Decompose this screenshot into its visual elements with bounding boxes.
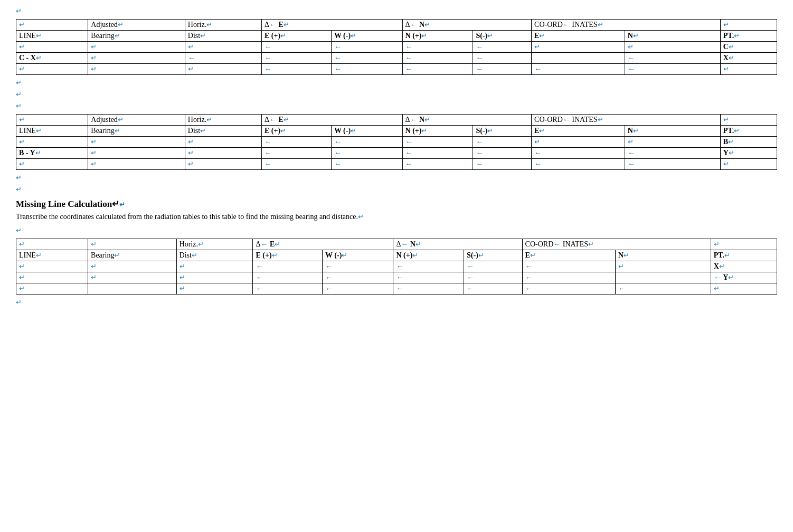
section-description: Transcribe the coordinates calculated fr… xyxy=(16,211,777,222)
cell: ↵ xyxy=(176,283,253,294)
cell: Bearing↵ xyxy=(88,250,176,261)
cell: Horiz.↵ xyxy=(185,115,261,126)
cell: ← xyxy=(323,283,393,294)
page-content: ↵ ↵ Adjusted↵ Horiz.↵ Δ← E↵ Δ← N↵ CO-ORD… xyxy=(16,5,777,308)
cell: ↵ xyxy=(532,137,625,148)
cell: ← xyxy=(522,272,615,283)
cell: ↵ xyxy=(185,148,261,159)
cell: ↵ xyxy=(16,261,88,272)
cell: X↵ xyxy=(711,261,777,272)
table-1-header-row-2: LINE↵ Bearing↵ Dist↵ E (+)↵ W (-)↵ N (+)… xyxy=(16,31,777,42)
spacer-line-2: ↵ xyxy=(16,89,777,100)
cell: ↵ xyxy=(720,20,777,31)
cell: CO-ORD← INATES↵ xyxy=(532,115,721,126)
cell: ← xyxy=(473,148,532,159)
spacer-line-3: ↵ xyxy=(16,100,777,112)
cell: N↵ xyxy=(625,31,720,42)
cell: ← xyxy=(473,64,532,75)
cell: ← xyxy=(402,159,473,170)
cell: E (+)↵ xyxy=(262,31,332,42)
cell: ↵ xyxy=(625,137,720,148)
cell: ↵ xyxy=(88,64,185,75)
cell: ↵ xyxy=(720,64,777,75)
cell: ← xyxy=(615,283,711,294)
cell: ← xyxy=(473,53,532,64)
cell xyxy=(532,53,625,64)
cell: ↵ xyxy=(88,261,176,272)
cell: ← xyxy=(393,261,464,272)
cell: ← xyxy=(464,272,523,283)
cell: S(-)↵ xyxy=(473,126,532,137)
cell: ← xyxy=(393,283,464,294)
cell: CO-ORD← INATES↵ xyxy=(532,20,721,31)
cell: ← xyxy=(331,53,402,64)
cell: ← xyxy=(473,42,532,53)
table-2-row-4: B - Y↵ ↵ ↵ ← ← ← ← ← ← Y↵ xyxy=(16,148,777,159)
cell: ↵ xyxy=(16,20,88,31)
cell: C - X↵ xyxy=(16,53,88,64)
cell: ← xyxy=(402,148,473,159)
cell: ← xyxy=(625,148,720,159)
cell: W (-)↵ xyxy=(331,31,402,42)
cell: ↵ xyxy=(88,137,185,148)
cell: ↵ xyxy=(625,42,720,53)
cell: ↵ xyxy=(16,239,88,250)
cell: E↵ xyxy=(532,31,625,42)
table-3-header-row-1: ↵ ↵ Horiz.↵ Δ← E↵ Δ← N↵ CO-ORD← INATES↵ … xyxy=(16,239,777,250)
cell: W (-)↵ xyxy=(331,126,402,137)
cell: ↵ xyxy=(185,159,261,170)
cell: ← xyxy=(473,159,532,170)
cell: ↵ xyxy=(16,42,88,53)
cell: ← xyxy=(532,148,625,159)
cell: ↵ xyxy=(16,159,88,170)
cell: ← xyxy=(532,159,625,170)
cell: ← xyxy=(473,137,532,148)
cell: Dist↵ xyxy=(185,126,261,137)
cell: ← xyxy=(331,42,402,53)
table-1: ↵ Adjusted↵ Horiz.↵ Δ← E↵ Δ← N↵ CO-ORD← … xyxy=(16,19,777,75)
cell: Adjusted↵ xyxy=(88,20,185,31)
cell: ← xyxy=(464,261,523,272)
cell: ← xyxy=(625,159,720,170)
cell: ← xyxy=(323,272,393,283)
cell: Δ← E↵ xyxy=(262,115,403,126)
table-3-header-row-2: LINE↵ Bearing↵ Dist↵ E (+)↵ W (-)↵ N (+)… xyxy=(16,250,777,261)
cell: Δ← E↵ xyxy=(262,20,403,31)
cell: Dist↵ xyxy=(176,250,253,261)
table-3-row-4: ↵ ↵ ↵ ← ← ← ← ← ← Y↵ xyxy=(16,272,777,283)
cell: ↵ xyxy=(532,42,625,53)
cell: X↵ xyxy=(720,53,777,64)
cell: W (-)↵ xyxy=(323,250,393,261)
cell: ← xyxy=(522,261,615,272)
cell: ↵ xyxy=(16,272,88,283)
cell: ← xyxy=(402,53,473,64)
cell: Y↵ xyxy=(720,148,777,159)
table-3-row-5: ↵ ↵ ← ← ← ← ← ← ↵ xyxy=(16,283,777,294)
cell: E↵ xyxy=(532,126,625,137)
cell: E↵ xyxy=(522,250,615,261)
cell: ← xyxy=(262,137,332,148)
cell: LINE↵ xyxy=(16,250,88,261)
table-2-row-5: ↵ ↵ ↵ ← ← ← ← ← ← ↵ xyxy=(16,159,777,170)
table-2: ↵ Adjusted↵ Horiz.↵ Δ← E↵ Δ← N↵ CO-ORD← … xyxy=(16,114,777,170)
cell: ← xyxy=(464,283,523,294)
cell: S(-)↵ xyxy=(464,250,523,261)
cell: Dist↵ xyxy=(185,31,261,42)
cell: ← xyxy=(393,272,464,283)
spacer-line-6: ↵ xyxy=(16,225,777,236)
cell: C↵ xyxy=(720,42,777,53)
cell: ← xyxy=(625,53,720,64)
table-2-row-3: ↵ ↵ ↵ ← ← ← ← ↵ ↵ B↵ xyxy=(16,137,777,148)
cell: PT.↵ xyxy=(720,31,777,42)
cell: ← xyxy=(402,42,473,53)
cell: E (+)↵ xyxy=(262,126,332,137)
cell: ↵ xyxy=(185,137,261,148)
cell: ← xyxy=(625,64,720,75)
cell: Δ← N↵ xyxy=(393,239,522,250)
cell: ← xyxy=(522,283,615,294)
cell: ↵ xyxy=(16,115,88,126)
section-title: Missing Line Calculation↵↵ xyxy=(16,198,777,210)
cell xyxy=(88,283,176,294)
cell: ↵ xyxy=(88,42,185,53)
cell: ↵ xyxy=(16,64,88,75)
